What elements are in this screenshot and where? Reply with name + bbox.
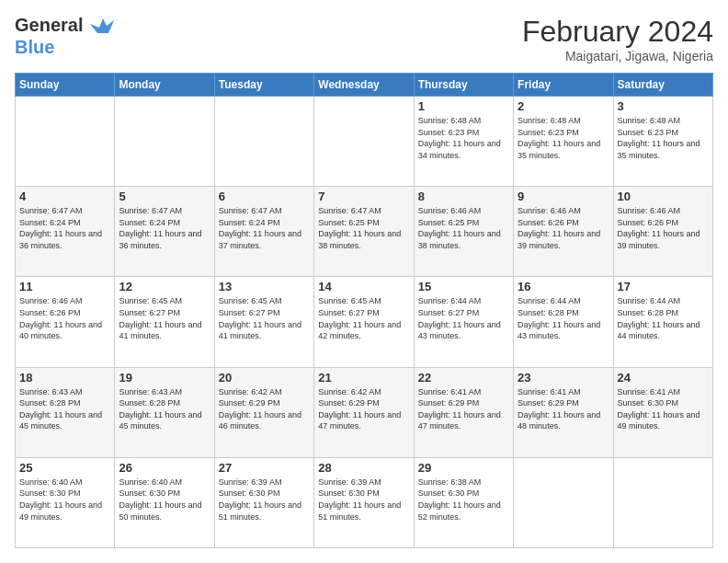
day-number: 15 (418, 280, 509, 293)
day-info: Sunrise: 6:48 AM Sunset: 6:23 PM Dayligh… (418, 115, 509, 161)
day-info: Sunrise: 6:44 AM Sunset: 6:28 PM Dayligh… (518, 295, 609, 341)
header: General Blue February 2024 Maigatari, Ji… (15, 15, 713, 63)
day-number: 12 (119, 280, 210, 293)
logo: General Blue (15, 15, 114, 58)
location: Maigatari, Jigawa, Nigeria (522, 49, 713, 63)
day-info: Sunrise: 6:43 AM Sunset: 6:28 PM Dayligh… (119, 386, 210, 432)
table-row: 16Sunrise: 6:44 AM Sunset: 6:28 PM Dayli… (514, 277, 613, 367)
day-number: 1 (418, 99, 509, 113)
calendar-table: Sunday Monday Tuesday Wednesday Thursday… (15, 73, 713, 548)
day-number: 22 (418, 371, 509, 385)
col-wednesday: Wednesday (314, 74, 414, 97)
table-row: 14Sunrise: 6:45 AM Sunset: 6:27 PM Dayli… (314, 277, 414, 367)
day-info: Sunrise: 6:42 AM Sunset: 6:29 PM Dayligh… (318, 386, 409, 432)
day-info: Sunrise: 6:43 AM Sunset: 6:28 PM Dayligh… (19, 386, 110, 432)
day-number: 2 (518, 99, 609, 113)
col-monday: Monday (115, 74, 214, 97)
day-number: 20 (219, 371, 310, 385)
table-row: 20Sunrise: 6:42 AM Sunset: 6:29 PM Dayli… (214, 367, 313, 457)
table-row: 5Sunrise: 6:47 AM Sunset: 6:24 PM Daylig… (115, 187, 214, 277)
day-number: 8 (418, 190, 509, 203)
table-row: 13Sunrise: 6:45 AM Sunset: 6:27 PM Dayli… (214, 277, 313, 367)
col-friday: Friday (514, 74, 613, 97)
table-row (16, 97, 115, 187)
day-info: Sunrise: 6:38 AM Sunset: 6:30 PM Dayligh… (418, 477, 509, 523)
table-row: 18Sunrise: 6:43 AM Sunset: 6:28 PM Dayli… (16, 367, 115, 457)
day-number: 7 (318, 190, 409, 203)
day-number: 4 (19, 190, 110, 203)
table-row: 23Sunrise: 6:41 AM Sunset: 6:29 PM Dayli… (514, 367, 613, 457)
day-info: Sunrise: 6:41 AM Sunset: 6:30 PM Dayligh… (618, 386, 709, 432)
logo-bird-icon (90, 17, 114, 37)
table-row: 17Sunrise: 6:44 AM Sunset: 6:28 PM Dayli… (613, 277, 712, 367)
col-sunday: Sunday (16, 74, 115, 97)
day-info: Sunrise: 6:44 AM Sunset: 6:28 PM Dayligh… (618, 295, 709, 341)
table-row: 24Sunrise: 6:41 AM Sunset: 6:30 PM Dayli… (613, 367, 712, 457)
day-info: Sunrise: 6:41 AM Sunset: 6:29 PM Dayligh… (418, 386, 509, 432)
day-number: 24 (618, 371, 709, 385)
logo-text: General Blue (15, 15, 114, 58)
table-row: 4Sunrise: 6:47 AM Sunset: 6:24 PM Daylig… (16, 187, 115, 277)
calendar-week-row: 1Sunrise: 6:48 AM Sunset: 6:23 PM Daylig… (16, 97, 713, 187)
day-number: 17 (618, 280, 709, 293)
day-info: Sunrise: 6:47 AM Sunset: 6:24 PM Dayligh… (219, 205, 310, 251)
table-row (214, 97, 313, 187)
table-row: 26Sunrise: 6:40 AM Sunset: 6:30 PM Dayli… (115, 457, 214, 547)
table-row: 22Sunrise: 6:41 AM Sunset: 6:29 PM Dayli… (414, 367, 513, 457)
day-info: Sunrise: 6:46 AM Sunset: 6:25 PM Dayligh… (418, 205, 509, 251)
table-row: 3Sunrise: 6:48 AM Sunset: 6:23 PM Daylig… (613, 97, 712, 187)
day-number: 3 (618, 99, 709, 113)
calendar-week-row: 4Sunrise: 6:47 AM Sunset: 6:24 PM Daylig… (16, 187, 713, 277)
day-info: Sunrise: 6:44 AM Sunset: 6:27 PM Dayligh… (418, 295, 509, 341)
table-row: 2Sunrise: 6:48 AM Sunset: 6:23 PM Daylig… (514, 97, 613, 187)
day-info: Sunrise: 6:40 AM Sunset: 6:30 PM Dayligh… (19, 477, 110, 523)
col-tuesday: Tuesday (214, 74, 313, 97)
day-info: Sunrise: 6:42 AM Sunset: 6:29 PM Dayligh… (219, 386, 310, 432)
day-number: 26 (119, 461, 210, 475)
col-saturday: Saturday (613, 74, 712, 97)
day-number: 16 (518, 280, 609, 293)
table-row (514, 457, 613, 547)
table-row: 27Sunrise: 6:39 AM Sunset: 6:30 PM Dayli… (214, 457, 313, 547)
page: General Blue February 2024 Maigatari, Ji… (0, 0, 728, 563)
day-number: 10 (618, 190, 709, 203)
day-info: Sunrise: 6:41 AM Sunset: 6:29 PM Dayligh… (518, 386, 609, 432)
day-number: 28 (318, 461, 409, 475)
month-title: February 2024 (522, 15, 713, 49)
day-number: 29 (418, 461, 509, 475)
table-row: 19Sunrise: 6:43 AM Sunset: 6:28 PM Dayli… (115, 367, 214, 457)
logo-line1: General (15, 15, 83, 35)
table-row: 25Sunrise: 6:40 AM Sunset: 6:30 PM Dayli… (16, 457, 115, 547)
table-row: 11Sunrise: 6:46 AM Sunset: 6:26 PM Dayli… (16, 277, 115, 367)
table-row: 1Sunrise: 6:48 AM Sunset: 6:23 PM Daylig… (414, 97, 513, 187)
day-number: 14 (318, 280, 409, 293)
table-row: 21Sunrise: 6:42 AM Sunset: 6:29 PM Dayli… (314, 367, 414, 457)
day-info: Sunrise: 6:39 AM Sunset: 6:30 PM Dayligh… (219, 477, 310, 523)
day-number: 13 (219, 280, 310, 293)
day-info: Sunrise: 6:48 AM Sunset: 6:23 PM Dayligh… (618, 115, 709, 161)
day-info: Sunrise: 6:46 AM Sunset: 6:26 PM Dayligh… (618, 205, 709, 251)
day-info: Sunrise: 6:47 AM Sunset: 6:24 PM Dayligh… (119, 205, 210, 251)
table-row: 29Sunrise: 6:38 AM Sunset: 6:30 PM Dayli… (414, 457, 513, 547)
day-number: 25 (19, 461, 110, 475)
table-row: 10Sunrise: 6:46 AM Sunset: 6:26 PM Dayli… (613, 187, 712, 277)
col-thursday: Thursday (414, 74, 513, 97)
calendar-header-row: Sunday Monday Tuesday Wednesday Thursday… (16, 74, 713, 97)
day-number: 5 (119, 190, 210, 203)
title-block: February 2024 Maigatari, Jigawa, Nigeria (522, 15, 713, 63)
table-row: 7Sunrise: 6:47 AM Sunset: 6:25 PM Daylig… (314, 187, 414, 277)
table-row: 6Sunrise: 6:47 AM Sunset: 6:24 PM Daylig… (214, 187, 313, 277)
day-info: Sunrise: 6:40 AM Sunset: 6:30 PM Dayligh… (119, 477, 210, 523)
day-info: Sunrise: 6:45 AM Sunset: 6:27 PM Dayligh… (219, 295, 310, 341)
day-info: Sunrise: 6:47 AM Sunset: 6:25 PM Dayligh… (318, 205, 409, 251)
table-row: 12Sunrise: 6:45 AM Sunset: 6:27 PM Dayli… (115, 277, 214, 367)
day-number: 23 (518, 371, 609, 385)
svg-marker-0 (90, 18, 114, 33)
day-info: Sunrise: 6:48 AM Sunset: 6:23 PM Dayligh… (518, 115, 609, 161)
day-info: Sunrise: 6:45 AM Sunset: 6:27 PM Dayligh… (119, 295, 210, 341)
calendar-week-row: 25Sunrise: 6:40 AM Sunset: 6:30 PM Dayli… (16, 457, 713, 547)
calendar-week-row: 11Sunrise: 6:46 AM Sunset: 6:26 PM Dayli… (16, 277, 713, 367)
day-number: 9 (518, 190, 609, 203)
day-number: 18 (19, 371, 110, 385)
day-info: Sunrise: 6:46 AM Sunset: 6:26 PM Dayligh… (19, 295, 110, 341)
